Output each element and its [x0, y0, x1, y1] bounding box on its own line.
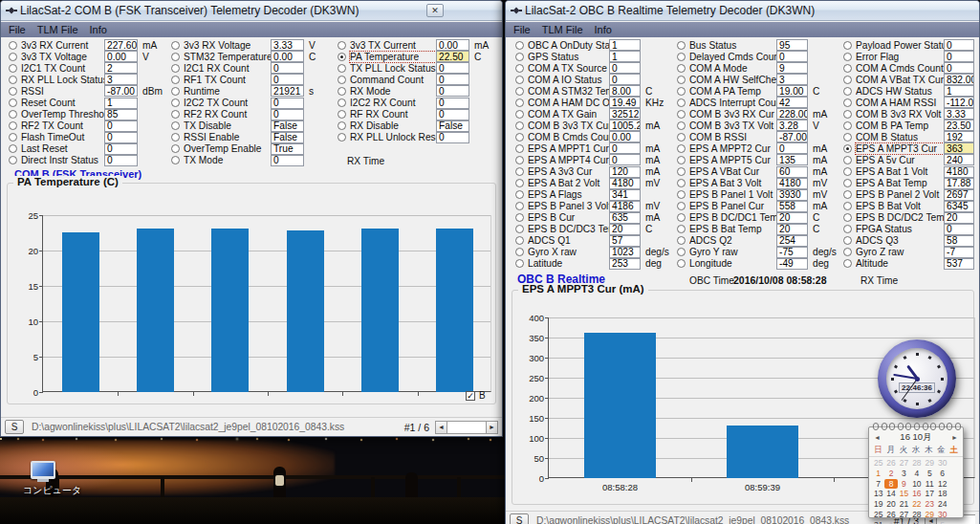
field-value-box[interactable]: 4180 — [944, 166, 974, 178]
field-radio-button[interactable] — [515, 41, 524, 50]
field-radio-button[interactable] — [171, 133, 180, 142]
calendar-day[interactable]: 28 — [910, 458, 923, 469]
field-label[interactable]: COM B Status — [856, 132, 944, 142]
field-value-box[interactable]: 0 — [609, 142, 641, 154]
calendar-day[interactable]: 31 — [872, 520, 884, 524]
field-radio-button[interactable] — [843, 53, 852, 61]
calendar-day[interactable]: 15 — [898, 489, 910, 499]
field-label[interactable]: COM B 3v3 TX Cur — [528, 120, 609, 131]
field-radio-button[interactable] — [677, 53, 686, 61]
field-radio-button[interactable] — [515, 225, 524, 233]
field-label[interactable]: COM A Cmds Count — [856, 63, 944, 74]
field-radio-button[interactable] — [9, 144, 17, 153]
field-value-box[interactable]: 2697 — [944, 189, 974, 201]
field-value-box[interactable]: 228.00 — [776, 108, 808, 120]
field-label[interactable]: ADCS HW Status — [856, 86, 944, 97]
field-value-box[interactable]: 3 — [776, 74, 808, 85]
field-label[interactable]: ADCS Interrupt Count — [689, 98, 776, 108]
field-value-box[interactable]: 0 — [271, 109, 304, 120]
field-radio-button[interactable] — [171, 121, 180, 130]
field-radio-button[interactable] — [171, 64, 180, 73]
field-radio-button[interactable] — [843, 202, 852, 210]
field-label[interactable]: EPS B DC/DC3 Temp — [528, 224, 609, 234]
right-window-titlebar[interactable]: LilacSat-2 OBC B Realtime Telemetry Deco… — [506, 1, 979, 21]
field-label[interactable]: EPS A MPPT5 Cur — [689, 155, 776, 165]
field-label[interactable]: COM A Mode — [689, 63, 776, 74]
calendar-day[interactable]: 14 — [884, 489, 897, 499]
field-value-box[interactable]: 17.88 — [944, 178, 974, 189]
field-radio-button[interactable] — [843, 41, 852, 50]
field-value-box[interactable]: 0 — [436, 132, 469, 143]
field-value-box[interactable]: 0.00 — [609, 131, 641, 142]
calendar-day[interactable]: 3 — [898, 469, 910, 479]
field-value-box[interactable]: 363 — [944, 142, 974, 154]
field-radio-button[interactable] — [515, 202, 524, 210]
menu-tlm-file[interactable]: TLM File — [37, 24, 78, 35]
calendar-day[interactable]: 9 — [898, 479, 910, 490]
field-value-box[interactable]: 58 — [944, 235, 974, 247]
field-value-box[interactable]: 0 — [271, 98, 304, 109]
field-radio-button[interactable] — [338, 87, 346, 96]
field-radio-button[interactable] — [338, 121, 346, 130]
calendar-day[interactable]: 12 — [936, 479, 948, 490]
field-label[interactable]: GPS Status — [528, 52, 609, 62]
field-label[interactable]: ADCS Q1 — [528, 235, 609, 246]
field-radio-button[interactable] — [843, 144, 852, 153]
field-label[interactable]: COM A TX Source — [528, 63, 609, 74]
field-value-box[interactable]: 1023 — [609, 247, 641, 258]
calendar-day[interactable]: 1 — [884, 520, 897, 524]
field-label[interactable]: EPS A Bat 1 Volt — [856, 166, 944, 177]
calendar-day[interactable]: 21 — [898, 499, 910, 510]
field-label[interactable]: OverTemp Enable — [184, 143, 271, 154]
field-radio-button[interactable] — [338, 110, 346, 119]
field-label[interactable]: RF RX Count — [350, 109, 436, 120]
field-radio-button[interactable] — [171, 156, 180, 164]
field-label[interactable]: Payload Power Status — [856, 40, 944, 51]
field-label[interactable]: EPS A 5v Cur — [856, 155, 944, 165]
field-label[interactable]: TX PLL Lock Status — [350, 63, 436, 74]
field-radio-button[interactable] — [677, 248, 686, 256]
field-value-box[interactable]: 4180 — [609, 178, 641, 189]
field-radio-button[interactable] — [9, 121, 17, 130]
left-window-titlebar[interactable]: LilacSat-2 COM B (FSK Transceiver) Telem… — [1, 1, 502, 21]
field-label[interactable]: Longitude — [689, 258, 776, 269]
field-label[interactable]: EPS B Bat Volt — [856, 201, 944, 211]
field-value-box[interactable]: 32512 — [609, 108, 641, 120]
field-value-box[interactable]: 0 — [104, 143, 138, 155]
field-radio-button[interactable] — [171, 53, 180, 61]
field-radio-button[interactable] — [843, 167, 852, 176]
field-radio-button[interactable] — [677, 236, 686, 245]
field-radio-button[interactable] — [677, 179, 686, 187]
field-radio-button[interactable] — [843, 179, 852, 187]
calendar-day[interactable]: 4 — [924, 520, 936, 524]
field-radio-button[interactable] — [515, 248, 524, 256]
field-radio-button[interactable] — [515, 156, 524, 164]
field-label[interactable]: Direct Instr Status — [21, 155, 104, 165]
field-value-box[interactable]: 0 — [944, 224, 974, 235]
menu-file[interactable]: File — [513, 24, 531, 35]
field-label[interactable]: 3v3 TX Voltage — [21, 52, 104, 62]
field-label[interactable]: TX Mode — [184, 155, 271, 165]
field-value-box[interactable]: 1 — [609, 39, 641, 51]
field-radio-button[interactable] — [515, 76, 524, 84]
field-label[interactable]: EPS B Panel 2 Volt — [856, 189, 944, 200]
field-value-box[interactable]: 85 — [104, 109, 138, 120]
calendar-day[interactable]: 24 — [936, 499, 948, 510]
field-value-box[interactable]: 537 — [944, 258, 974, 270]
field-label[interactable]: EPS A Bat Temp — [856, 178, 944, 188]
field-radio-button[interactable] — [515, 133, 524, 142]
field-radio-button[interactable] — [515, 167, 524, 176]
field-label[interactable]: EPS B DC/DC1 Temp — [689, 212, 776, 223]
calendar-day[interactable]: 1 — [872, 469, 884, 479]
field-label[interactable]: PA Temperature — [350, 52, 436, 62]
menu-info[interactable]: Info — [595, 24, 612, 35]
field-label[interactable]: COM A HAM RSSI — [856, 98, 944, 108]
field-radio-button[interactable] — [515, 144, 524, 153]
field-label[interactable]: 3v3 RX Current — [21, 40, 104, 51]
field-radio-button[interactable] — [515, 259, 524, 268]
field-value-box[interactable]: 253 — [609, 258, 641, 270]
field-value-box[interactable]: 0 — [609, 62, 641, 74]
calendar-day[interactable]: 3 — [910, 520, 923, 524]
field-radio-button[interactable] — [843, 121, 852, 130]
field-radio-button[interactable] — [338, 76, 346, 84]
